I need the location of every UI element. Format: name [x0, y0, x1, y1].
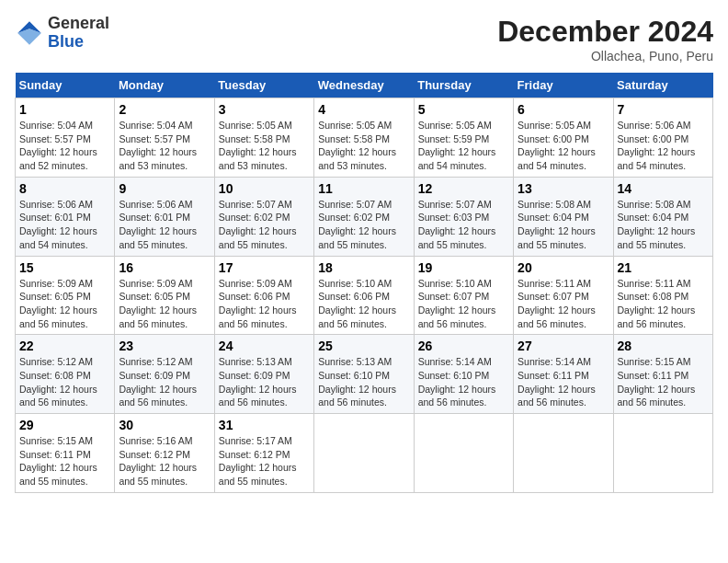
day-number: 6 — [518, 102, 609, 117]
day-info: Sunrise: 5:12 AM Sunset: 6:08 PM Dayligh… — [19, 355, 110, 409]
calendar-cell — [613, 414, 712, 493]
calendar-cell: 8Sunrise: 5:06 AM Sunset: 6:01 PM Daylig… — [16, 177, 115, 256]
day-info: Sunrise: 5:05 AM Sunset: 5:58 PM Dayligh… — [318, 119, 409, 173]
calendar-cell: 18Sunrise: 5:10 AM Sunset: 6:06 PM Dayli… — [314, 256, 414, 335]
day-number: 26 — [418, 339, 509, 353]
day-number: 15 — [19, 260, 110, 275]
logo-blue: Blue — [48, 32, 84, 51]
logo-icon — [15, 18, 44, 48]
day-number: 2 — [119, 102, 210, 117]
calendar-cell — [414, 414, 513, 493]
calendar-table: SundayMondayTuesdayWednesdayThursdayFrid… — [15, 73, 713, 493]
day-info: Sunrise: 5:06 AM Sunset: 6:00 PM Dayligh… — [618, 119, 709, 173]
day-number: 22 — [19, 339, 110, 353]
day-number: 29 — [19, 418, 110, 432]
week-row-3: 15Sunrise: 5:09 AM Sunset: 6:05 PM Dayli… — [16, 256, 713, 335]
day-number: 7 — [618, 102, 709, 117]
day-info: Sunrise: 5:13 AM Sunset: 6:09 PM Dayligh… — [219, 355, 310, 409]
calendar-cell — [514, 414, 613, 493]
calendar-cell: 13Sunrise: 5:08 AM Sunset: 6:04 PM Dayli… — [514, 177, 613, 256]
header-day-wednesday: Wednesday — [314, 73, 414, 98]
day-info: Sunrise: 5:07 AM Sunset: 6:02 PM Dayligh… — [318, 198, 409, 252]
day-info: Sunrise: 5:06 AM Sunset: 6:01 PM Dayligh… — [119, 198, 210, 252]
day-number: 30 — [119, 418, 210, 432]
day-info: Sunrise: 5:11 AM Sunset: 6:08 PM Dayligh… — [618, 277, 709, 331]
calendar-cell: 31Sunrise: 5:17 AM Sunset: 6:12 PM Dayli… — [214, 414, 313, 493]
day-number: 5 — [418, 102, 509, 117]
calendar-cell: 11Sunrise: 5:07 AM Sunset: 6:02 PM Dayli… — [314, 177, 414, 256]
day-number: 8 — [19, 181, 110, 196]
calendar-cell: 16Sunrise: 5:09 AM Sunset: 6:05 PM Dayli… — [115, 256, 214, 335]
calendar-cell: 7Sunrise: 5:06 AM Sunset: 6:00 PM Daylig… — [613, 98, 712, 178]
day-info: Sunrise: 5:09 AM Sunset: 6:05 PM Dayligh… — [119, 277, 210, 331]
day-info: Sunrise: 5:05 AM Sunset: 5:59 PM Dayligh… — [418, 119, 509, 173]
week-row-4: 22Sunrise: 5:12 AM Sunset: 6:08 PM Dayli… — [16, 335, 713, 414]
location: Ollachea, Puno, Peru — [497, 49, 713, 63]
calendar-cell: 9Sunrise: 5:06 AM Sunset: 6:01 PM Daylig… — [115, 177, 214, 256]
week-row-5: 29Sunrise: 5:15 AM Sunset: 6:11 PM Dayli… — [16, 414, 713, 493]
calendar-cell: 15Sunrise: 5:09 AM Sunset: 6:05 PM Dayli… — [16, 256, 115, 335]
day-number: 3 — [219, 102, 310, 117]
day-info: Sunrise: 5:08 AM Sunset: 6:04 PM Dayligh… — [618, 198, 709, 252]
day-number: 23 — [119, 339, 210, 353]
day-number: 9 — [119, 181, 210, 196]
header-day-friday: Friday — [514, 73, 613, 98]
calendar-cell: 22Sunrise: 5:12 AM Sunset: 6:08 PM Dayli… — [16, 335, 115, 414]
day-info: Sunrise: 5:05 AM Sunset: 6:00 PM Dayligh… — [518, 119, 609, 173]
day-number: 21 — [618, 260, 709, 275]
day-info: Sunrise: 5:04 AM Sunset: 5:57 PM Dayligh… — [119, 119, 210, 173]
day-number: 13 — [518, 181, 609, 196]
day-number: 4 — [318, 102, 409, 117]
day-info: Sunrise: 5:05 AM Sunset: 5:58 PM Dayligh… — [219, 119, 310, 173]
month-title: December 2024 — [497, 15, 713, 49]
header-day-thursday: Thursday — [414, 73, 513, 98]
calendar-cell: 21Sunrise: 5:11 AM Sunset: 6:08 PM Dayli… — [613, 256, 712, 335]
day-info: Sunrise: 5:12 AM Sunset: 6:09 PM Dayligh… — [119, 355, 210, 409]
day-info: Sunrise: 5:14 AM Sunset: 6:11 PM Dayligh… — [518, 355, 609, 409]
header-day-saturday: Saturday — [613, 73, 712, 98]
calendar-cell: 20Sunrise: 5:11 AM Sunset: 6:07 PM Dayli… — [514, 256, 613, 335]
header-day-tuesday: Tuesday — [214, 73, 313, 98]
calendar-cell: 5Sunrise: 5:05 AM Sunset: 5:59 PM Daylig… — [414, 98, 513, 178]
day-info: Sunrise: 5:07 AM Sunset: 6:03 PM Dayligh… — [418, 198, 509, 252]
calendar-cell: 25Sunrise: 5:13 AM Sunset: 6:10 PM Dayli… — [314, 335, 414, 414]
calendar-cell: 6Sunrise: 5:05 AM Sunset: 6:00 PM Daylig… — [514, 98, 613, 178]
day-info: Sunrise: 5:16 AM Sunset: 6:12 PM Dayligh… — [119, 434, 210, 488]
day-info: Sunrise: 5:10 AM Sunset: 6:07 PM Dayligh… — [418, 277, 509, 331]
calendar-cell: 3Sunrise: 5:05 AM Sunset: 5:58 PM Daylig… — [214, 98, 313, 178]
day-info: Sunrise: 5:15 AM Sunset: 6:11 PM Dayligh… — [618, 355, 709, 409]
calendar-cell: 4Sunrise: 5:05 AM Sunset: 5:58 PM Daylig… — [314, 98, 414, 178]
logo-general: General — [48, 14, 109, 32]
day-info: Sunrise: 5:15 AM Sunset: 6:11 PM Dayligh… — [19, 434, 110, 488]
day-info: Sunrise: 5:06 AM Sunset: 6:01 PM Dayligh… — [19, 198, 110, 252]
header-day-monday: Monday — [115, 73, 214, 98]
calendar-cell: 17Sunrise: 5:09 AM Sunset: 6:06 PM Dayli… — [214, 256, 313, 335]
page-header: General Blue December 2024 Ollachea, Pun… — [15, 15, 713, 63]
day-info: Sunrise: 5:04 AM Sunset: 5:57 PM Dayligh… — [19, 119, 110, 173]
week-row-2: 8Sunrise: 5:06 AM Sunset: 6:01 PM Daylig… — [16, 177, 713, 256]
calendar-cell: 12Sunrise: 5:07 AM Sunset: 6:03 PM Dayli… — [414, 177, 513, 256]
calendar-cell: 30Sunrise: 5:16 AM Sunset: 6:12 PM Dayli… — [115, 414, 214, 493]
calendar-cell: 19Sunrise: 5:10 AM Sunset: 6:07 PM Dayli… — [414, 256, 513, 335]
day-info: Sunrise: 5:11 AM Sunset: 6:07 PM Dayligh… — [518, 277, 609, 331]
day-number: 11 — [318, 181, 409, 196]
calendar-cell: 29Sunrise: 5:15 AM Sunset: 6:11 PM Dayli… — [16, 414, 115, 493]
day-number: 19 — [418, 260, 509, 275]
calendar-cell: 27Sunrise: 5:14 AM Sunset: 6:11 PM Dayli… — [514, 335, 613, 414]
day-number: 27 — [518, 339, 609, 353]
calendar-cell: 10Sunrise: 5:07 AM Sunset: 6:02 PM Dayli… — [214, 177, 313, 256]
calendar-cell: 28Sunrise: 5:15 AM Sunset: 6:11 PM Dayli… — [613, 335, 712, 414]
day-number: 18 — [318, 260, 409, 275]
day-info: Sunrise: 5:17 AM Sunset: 6:12 PM Dayligh… — [219, 434, 310, 488]
day-number: 10 — [219, 181, 310, 196]
calendar-body: 1Sunrise: 5:04 AM Sunset: 5:57 PM Daylig… — [16, 98, 713, 493]
week-row-1: 1Sunrise: 5:04 AM Sunset: 5:57 PM Daylig… — [16, 98, 713, 178]
day-info: Sunrise: 5:07 AM Sunset: 6:02 PM Dayligh… — [219, 198, 310, 252]
day-number: 12 — [418, 181, 509, 196]
calendar-cell: 24Sunrise: 5:13 AM Sunset: 6:09 PM Dayli… — [214, 335, 313, 414]
day-info: Sunrise: 5:08 AM Sunset: 6:04 PM Dayligh… — [518, 198, 609, 252]
day-number: 25 — [318, 339, 409, 353]
logo-text: General Blue — [48, 15, 109, 52]
day-number: 24 — [219, 339, 310, 353]
calendar-cell: 2Sunrise: 5:04 AM Sunset: 5:57 PM Daylig… — [115, 98, 214, 178]
